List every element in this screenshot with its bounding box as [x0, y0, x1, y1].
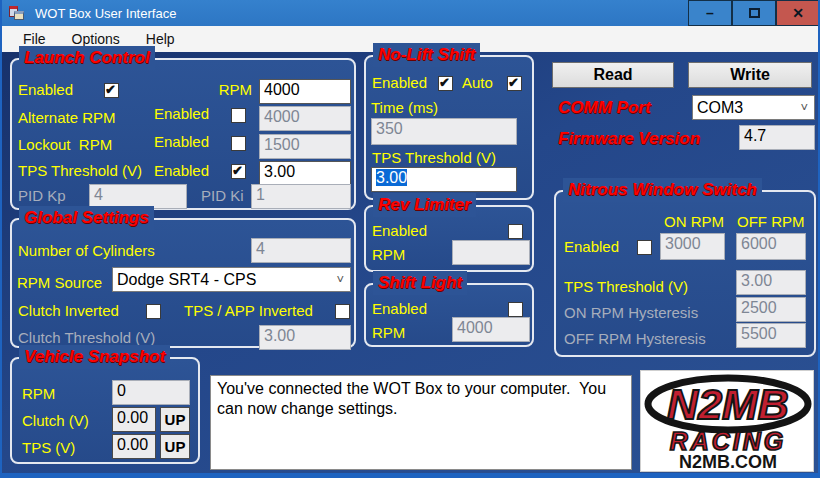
group-title-rev-limiter: Rev Limiter [373, 193, 476, 217]
launch-tps-threshold-label: TPS Threshold (V) [18, 162, 142, 179]
logo-site-text: N2MB.COM [679, 452, 777, 472]
window-title: WOT Box User Interface [35, 6, 688, 21]
snapshot-tps-value: 0.00 [112, 434, 156, 459]
snapshot-tps-label: TPS (V) [22, 439, 75, 456]
snapshot-clutch-label: Clutch (V) [22, 412, 89, 429]
nls-tps-threshold-input[interactable]: 3.00 [371, 167, 517, 192]
close-button[interactable]: ✕ [776, 0, 820, 26]
launch-enabled-checkbox[interactable] [104, 83, 119, 98]
tps-app-inverted-label: TPS / APP Inverted [184, 302, 313, 319]
logo-racing-text: RACING [670, 427, 787, 455]
rev-enabled-checkbox[interactable] [508, 224, 523, 239]
maximize-button[interactable] [732, 0, 776, 26]
menu-file[interactable]: File [10, 31, 59, 47]
chevron-down-icon: ˅ [800, 101, 810, 114]
minimize-icon: – [706, 5, 714, 21]
clutch-inverted-label: Clutch Inverted [18, 302, 119, 319]
cylinders-input: 4 [251, 238, 351, 263]
group-title-vehicle-snapshot: Vehicle Snapshot [19, 345, 170, 369]
comm-port-select[interactable]: COM3 ˅ [692, 95, 815, 120]
write-button[interactable]: Write [688, 62, 812, 88]
clutch-threshold-input: 3.00 [259, 325, 351, 350]
snapshot-tps-state: UP [160, 434, 190, 459]
chevron-down-icon: ˅ [336, 273, 346, 286]
alternate-enabled-checkbox[interactable] [231, 108, 246, 123]
nitrous-off-rpm-input: 6000 [736, 233, 806, 260]
menu-help[interactable]: Help [133, 31, 188, 47]
pid-ki-input: 1 [251, 184, 351, 209]
lockout-rpm-input: 1500 [259, 134, 351, 159]
nitrous-tps-threshold-input: 3.00 [736, 270, 806, 295]
clutch-inverted-checkbox[interactable] [146, 304, 161, 319]
pid-kp-label: PID Kp [18, 187, 66, 204]
nls-time-label: Time (ms) [371, 99, 438, 116]
close-icon: ✕ [792, 5, 804, 21]
shift-enabled-label: Enabled [372, 300, 427, 317]
nitrous-on-rpm-header: ON RPM [664, 213, 724, 230]
launch-tps-enabled-checkbox[interactable] [231, 164, 246, 179]
nitrous-on-rpm-input: 3000 [660, 233, 725, 260]
shift-rpm-input: 4000 [452, 317, 530, 342]
logo-name-text: N2MB [667, 380, 789, 428]
nls-time-input: 350 [371, 118, 517, 145]
group-vehicle-snapshot: Vehicle Snapshot RPM 0 Clutch (V) 0.00 U… [10, 357, 200, 464]
lockout-rpm-label: Lockout RPM [18, 136, 112, 153]
alternate-rpm-input: 4000 [259, 106, 351, 131]
nls-auto-checkbox[interactable] [507, 76, 522, 91]
group-shift-light: Shift Light Enabled RPM 4000 [364, 283, 534, 347]
status-message-box[interactable]: You've connected the WOT Box to your com… [210, 375, 632, 470]
rev-rpm-input [452, 240, 530, 265]
snapshot-clutch-value: 0.00 [112, 407, 156, 432]
pid-ki-label: PID Ki [201, 187, 244, 204]
comm-port-label: COMM Port [558, 98, 651, 118]
cylinders-label: Number of Cylinders [18, 242, 155, 259]
nitrous-off-hysteresis-input: 5500 [736, 323, 806, 348]
alternate-rpm-label: Alternate RPM [18, 109, 116, 126]
nitrous-off-hysteresis-label: OFF RPM Hysteresis [564, 330, 706, 347]
nls-tps-threshold-label: TPS Threshold (V) [372, 149, 496, 166]
group-title-nitrous-window-switch: Nitrous Window Switch [563, 178, 762, 202]
group-title-launch-control: Launch Control [19, 46, 155, 70]
form-body: Launch Control Enabled RPM 4000 Alternat… [2, 52, 818, 473]
nitrous-enabled-checkbox[interactable] [637, 240, 652, 255]
launch-tps-enabled-label: Enabled [154, 162, 209, 179]
launch-tps-threshold-input[interactable]: 3.00 [259, 161, 351, 186]
nitrous-on-hysteresis-input: 2500 [736, 297, 806, 322]
firmware-version-value: 4.7 [739, 125, 815, 150]
nitrous-enabled-label: Enabled [564, 238, 619, 255]
menu-options[interactable]: Options [59, 31, 133, 47]
nls-enabled-label: Enabled [372, 74, 427, 91]
shift-rpm-label: RPM [372, 324, 405, 341]
comm-port-value: COM3 [697, 99, 743, 117]
lockout-enabled-checkbox[interactable] [231, 136, 246, 151]
launch-enabled-label: Enabled [18, 81, 73, 98]
group-no-lift-shift: No-Lift Shift Enabled Auto Time (ms) 350… [364, 55, 534, 200]
selected-text: 3.00 [376, 169, 407, 186]
nls-enabled-checkbox[interactable] [438, 76, 453, 91]
rpm-source-label: RPM Source [17, 274, 102, 291]
group-launch-control: Launch Control Enabled RPM 4000 Alternat… [10, 58, 356, 210]
rpm-source-select[interactable]: Dodge SRT4 - CPS ˅ [112, 267, 351, 292]
tps-app-inverted-checkbox[interactable] [335, 304, 350, 319]
read-button[interactable]: Read [552, 62, 674, 88]
rev-rpm-label: RPM [372, 246, 405, 263]
launch-rpm-input[interactable]: 4000 [259, 79, 351, 104]
group-title-shift-light: Shift Light [373, 271, 467, 295]
n2mb-logo: N2MB RACING N2MB.COM [640, 370, 814, 472]
shift-enabled-checkbox[interactable] [508, 302, 523, 317]
title-bar[interactable]: WOT Box User Interface – ✕ [0, 0, 820, 26]
n2mb-logo-graphic: N2MB RACING N2MB.COM [641, 371, 815, 473]
group-nitrous-window-switch: Nitrous Window Switch ON RPM OFF RPM Ena… [554, 190, 816, 357]
rev-enabled-label: Enabled [372, 222, 427, 239]
group-title-no-lift-shift: No-Lift Shift [373, 43, 480, 67]
rpm-source-value: Dodge SRT4 - CPS [117, 271, 256, 289]
alternate-enabled-label: Enabled [154, 105, 209, 122]
maximize-icon [749, 8, 760, 18]
minimize-button[interactable]: – [688, 0, 732, 26]
snapshot-rpm-label: RPM [22, 385, 55, 402]
group-rev-limiter: Rev Limiter Enabled RPM [364, 205, 534, 272]
app-window: WOT Box User Interface – ✕ File Options … [0, 0, 820, 478]
nitrous-tps-threshold-label: TPS Threshold (V) [564, 278, 688, 295]
clutch-threshold-label: Clutch Threshold (V) [18, 329, 155, 346]
lockout-enabled-label: Enabled [154, 133, 209, 150]
